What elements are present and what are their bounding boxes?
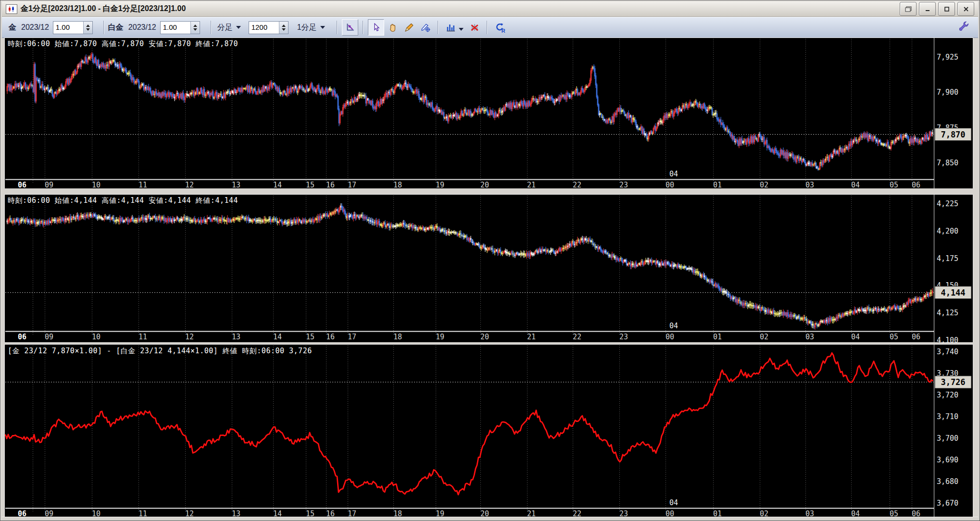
settings-wrench-button[interactable] (958, 20, 970, 35)
chevron-down-icon (236, 26, 241, 29)
chevron-down-icon[interactable] (459, 28, 464, 31)
platinum-contract-month: 2023/12 (128, 23, 156, 32)
select-cursor-icon (372, 23, 380, 32)
pencil-button[interactable] (402, 20, 417, 35)
toolbar-separator (487, 21, 488, 34)
toolbar-separator (363, 21, 364, 34)
candlestick-chart-icon (6, 4, 17, 14)
minimize-button[interactable] (919, 2, 936, 16)
spinner-arrows-icon[interactable] (190, 22, 200, 34)
toolbar: 金 2023/12 1.00 白金 2023/12 1.00 分足 1200 1… (2, 17, 978, 38)
chart-style-button[interactable] (443, 20, 458, 35)
window-bottom-edge (2, 517, 978, 520)
toolbar-separator (103, 21, 104, 34)
close-button[interactable] (957, 2, 974, 16)
app-window: 金1分足[2023/12]1.00 - 白金1分足[2023/12]1.00 金… (0, 0, 980, 521)
pencil-icon (404, 23, 414, 32)
gold-label: 金 (9, 23, 16, 33)
crosshair-pen-button[interactable] (418, 20, 433, 35)
delete-drawing-icon (470, 23, 479, 32)
gold-multiplier-spinner[interactable]: 1.00 (53, 21, 93, 34)
gold-chart-panel[interactable] (4, 37, 973, 188)
platinum-ohlc-info: 時刻:06:00 始値:4,144 高値:4,144 安値:4,144 終値:4… (8, 196, 238, 205)
maximize-button[interactable] (938, 2, 955, 16)
toolbar-separator (211, 21, 212, 34)
toolbar-separator (438, 21, 439, 34)
platinum-label: 白金 (108, 23, 124, 33)
gold-contract-month: 2023/12 (21, 23, 49, 32)
reload-button[interactable]: R (492, 20, 507, 35)
delete-drawing-button[interactable] (467, 20, 482, 35)
bar-count-spinner[interactable]: 1200 (249, 21, 289, 34)
pan-hand-button[interactable] (385, 20, 401, 35)
reload-glyph: R (502, 28, 505, 34)
pan-hand-icon (388, 23, 398, 32)
platinum-multiplier-spinner[interactable]: 1.00 (160, 21, 200, 34)
crosshair-pen-icon (421, 23, 430, 32)
select-cursor-button[interactable] (368, 19, 384, 36)
timeframe-dropdown[interactable]: 1分足 (295, 21, 327, 34)
bar-type-dropdown[interactable]: 分足 (215, 21, 243, 34)
toolbar-separator (337, 21, 338, 34)
spread-formula-info: [金 23/12 7,870×1.00] - [白金 23/12 4,144×1… (8, 347, 312, 356)
axis-pointer-button[interactable] (342, 19, 358, 36)
chevron-down-icon (320, 26, 325, 29)
axis-pointer-icon (345, 23, 355, 32)
cascade-window-button[interactable] (900, 2, 917, 16)
wrench-icon (958, 20, 970, 33)
bar-chart-icon (446, 23, 455, 32)
title-bar: 金1分足[2023/12]1.00 - 白金1分足[2023/12]1.00 (2, 1, 978, 17)
gold-ohlc-info: 時刻:06:00 始値:7,870 高値:7,870 安値:7,870 終値:7… (8, 39, 238, 49)
spread-chart-panel[interactable] (4, 344, 973, 519)
window-title: 金1分足[2023/12]1.00 - 白金1分足[2023/12]1.00 (21, 4, 186, 14)
platinum-chart-panel[interactable] (4, 194, 973, 342)
spinner-arrows-icon[interactable] (83, 22, 92, 34)
window-buttons (900, 2, 978, 16)
spinner-arrows-icon[interactable] (279, 22, 288, 34)
